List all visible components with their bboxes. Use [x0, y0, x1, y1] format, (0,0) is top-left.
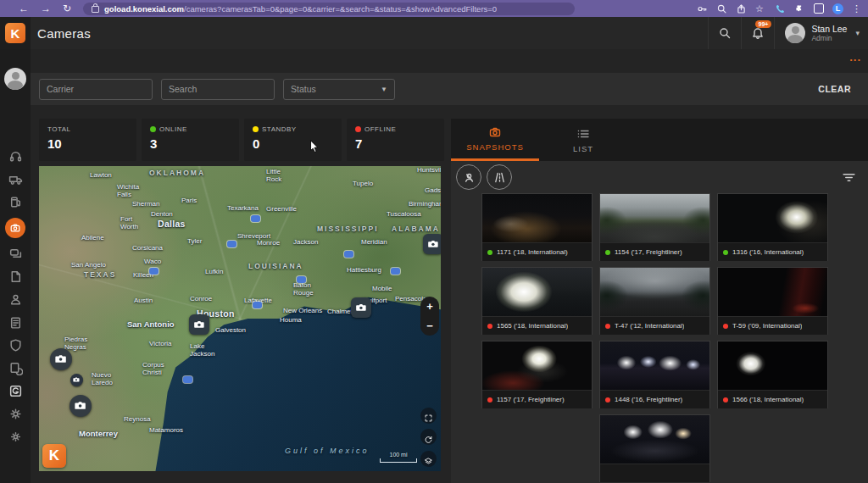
map-city-label: Mobile [372, 285, 392, 292]
bell-icon [751, 26, 765, 40]
notifications-button[interactable]: 99+ [741, 17, 774, 49]
map-city-label: Reynosa [124, 415, 151, 423]
logs-icon [8, 315, 23, 330]
camera-status-dot [487, 397, 492, 402]
zoom-out-button[interactable]: − [426, 322, 433, 330]
clear-filters-button[interactable]: CLEAR [818, 84, 851, 94]
map-city-label: Lake Jackson [190, 342, 214, 358]
map-city-label: Fort Worth [120, 215, 138, 230]
sidebar-item-go-load[interactable] [8, 384, 23, 398]
tab-list[interactable]: LIST [539, 119, 627, 161]
sidebar-item-documents[interactable] [8, 269, 23, 284]
map-city-label: Houma [280, 316, 302, 324]
search-input[interactable] [161, 79, 275, 100]
camera-snapshot-card[interactable]: 1154 ('17, Freightliner) [599, 193, 710, 261]
camera-snapshot-card[interactable]: 1171 ('18, International) [481, 193, 593, 261]
route-shield [344, 251, 353, 258]
mouse-cursor [309, 140, 320, 153]
map-layers-button[interactable] [420, 451, 437, 467]
camera-label: 1565 ('18, International) [497, 322, 568, 330]
stat-label: OFFLINE [364, 125, 396, 133]
map-state-label: LOUISIANA [248, 263, 303, 270]
camera-snapshot-card[interactable]: 1566 ('18, International) [717, 341, 828, 408]
overflow-menu[interactable]: ... [849, 51, 861, 64]
zoom-in-button[interactable]: + [426, 303, 433, 311]
camera-snapshot-card[interactable]: T-59 ('09, International) [717, 267, 828, 335]
route-shield [253, 302, 262, 308]
bookmark-star-icon[interactable]: ☆ [755, 3, 766, 14]
map[interactable]: OKLAHOMAMISSISSIPPIALABAMATEXASLOUISIANA… [39, 166, 441, 471]
sidebar-item-settings[interactable] [8, 407, 23, 421]
user-menu[interactable]: Stan Lee Admin ▾ [774, 17, 868, 49]
sidebar-item-safety[interactable] [8, 338, 23, 353]
map-city-label: Piedras Negras [64, 336, 87, 351]
tab-bar: SNAPSHOTSLIST [451, 119, 868, 161]
map-city-label: Galveston [215, 326, 246, 334]
camera-snapshot-card[interactable] [599, 414, 710, 482]
camera-snapshot-card[interactable]: 1448 ('16, Freightliner) [599, 341, 710, 408]
browser-menu-icon[interactable]: ⋮ [852, 3, 861, 14]
map-city-label: Huntsville [417, 166, 441, 174]
driver-camera-toggle[interactable] [456, 164, 481, 190]
camera-snapshot-card[interactable]: T-47 ('12, International) [599, 267, 710, 335]
camera-snapshot-card[interactable]: 1157 ('17, Freightliner) [481, 341, 593, 408]
phone-icon[interactable] [775, 3, 786, 14]
browser-back-button[interactable]: ← [19, 3, 29, 14]
browser-forward-button[interactable]: → [41, 3, 51, 14]
camera-marker[interactable] [351, 297, 371, 318]
browser-zoom-icon[interactable] [716, 3, 727, 14]
browser-reload-button[interactable]: ↻ [63, 3, 71, 14]
tab-preview-icon[interactable] [814, 3, 824, 14]
stat-label: STANDBY [262, 125, 297, 133]
stat-card-standby[interactable]: STANDBY0 [244, 119, 342, 161]
camera-caption: 1157 ('17, Freightliner) [482, 390, 592, 408]
map-city-label: Matamoros [149, 426, 183, 434]
map-city-label: Greenville [266, 205, 297, 213]
stat-card-total[interactable]: TOTAL10 [39, 119, 136, 161]
stat-card-online[interactable]: ONLINE3 [142, 119, 239, 161]
status-select-label: Status [291, 84, 316, 94]
sidebar-item-fuel[interactable] [8, 195, 23, 209]
camera-cluster-marker[interactable] [70, 374, 83, 386]
camera-marker[interactable] [423, 234, 441, 254]
camera-snapshot-card[interactable]: 1316 ('16, International) [717, 193, 828, 261]
sidebar-item-doc-transfer[interactable] [8, 361, 23, 375]
content-toolbar: ... [31, 49, 868, 73]
road-camera-toggle[interactable] [487, 164, 512, 190]
sidebar-item-logs[interactable] [8, 315, 23, 330]
konexial-logo[interactable]: K [5, 23, 25, 43]
url-path: /cameras?camerasTab=0&page=0&carrier=&se… [184, 4, 497, 14]
fuel-icon [8, 195, 23, 209]
notification-badge: 99+ [755, 20, 772, 28]
map-scale: 100 mi [380, 452, 417, 463]
camera-marker[interactable] [70, 395, 92, 417]
camera-label: T-59 ('09, International) [732, 322, 802, 330]
camera-marker[interactable] [189, 314, 209, 335]
sidebar-item-driver-locate[interactable] [8, 292, 23, 307]
page-title: Cameras [37, 17, 91, 49]
extensions-icon[interactable] [794, 3, 805, 14]
url-bar[interactable]: goload.konexial.com/cameras?camerasTab=0… [83, 3, 575, 15]
sidebar-item-cameras[interactable] [5, 218, 25, 238]
password-key-icon[interactable] [697, 3, 708, 14]
camera-status-dot [605, 250, 610, 255]
admin-settings-icon [8, 430, 23, 444]
tab-snapshots[interactable]: SNAPSHOTS [451, 119, 539, 161]
sidebar-item-support-headset[interactable] [8, 149, 23, 164]
fullscreen-button[interactable] [420, 408, 437, 424]
sidebar-item-tow-truck[interactable] [8, 172, 23, 186]
sidebar-item-admin-settings[interactable] [8, 430, 23, 444]
share-icon[interactable] [736, 3, 747, 14]
filter-icon[interactable] [842, 170, 856, 185]
sidebar-avatar[interactable] [4, 68, 26, 90]
search-button[interactable] [708, 17, 741, 49]
carrier-input[interactable] [39, 79, 153, 100]
browser-profile-avatar[interactable]: L [832, 3, 843, 14]
map-refresh-button[interactable] [420, 429, 437, 445]
status-select[interactable]: Status ▼ [283, 79, 395, 100]
stat-card-offline[interactable]: OFFLINE7 [347, 119, 444, 161]
camera-marker[interactable] [50, 348, 72, 370]
sidebar-item-messages[interactable] [8, 247, 23, 261]
camera-snapshot-image [482, 194, 592, 242]
camera-snapshot-card[interactable]: 1565 ('18, International) [481, 267, 593, 335]
